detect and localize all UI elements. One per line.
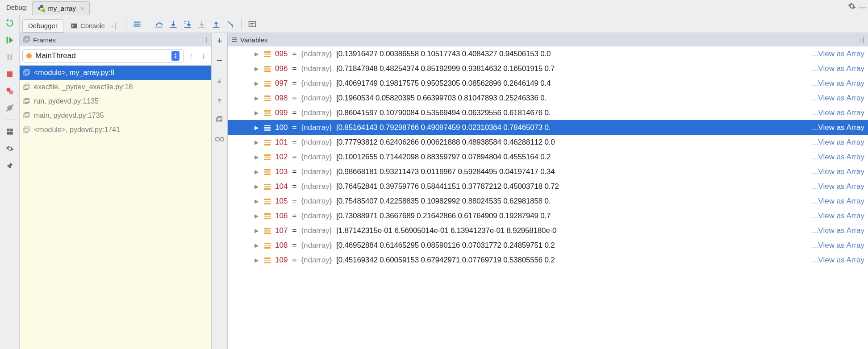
view-as-array-link[interactable]: ...View as Array <box>812 123 868 132</box>
remove-watch-icon[interactable]: − <box>214 55 225 66</box>
variable-row[interactable]: ▶104 = {ndarray} [0.76452841 0.39759776 … <box>228 179 868 194</box>
dropdown-icon[interactable]: ▲▼ <box>171 51 179 61</box>
show-watches-icon[interactable] <box>214 134 225 145</box>
array-icon <box>264 198 271 204</box>
expand-icon[interactable]: ▶ <box>255 80 260 87</box>
variable-index: 106 <box>275 212 288 220</box>
tab-console[interactable]: Console →| <box>65 19 121 33</box>
restore-layout-icon[interactable]: →| <box>856 36 864 43</box>
view-breakpoints-icon[interactable] <box>4 86 15 96</box>
variable-index: 101 <box>275 138 288 147</box>
variable-row[interactable]: ▶108 = {ndarray} [0.46952884 0.61465295 … <box>228 238 868 253</box>
run-to-cursor-icon[interactable] <box>224 18 237 30</box>
expand-icon[interactable]: ▶ <box>255 110 260 116</box>
expand-icon[interactable]: ▶ <box>255 125 260 131</box>
settings-icon[interactable] <box>4 143 15 154</box>
step-over-icon[interactable] <box>153 18 165 30</box>
expand-icon[interactable]: ▶ <box>255 183 260 190</box>
stop-icon[interactable] <box>4 69 15 79</box>
view-as-array-link[interactable]: ...View as Array <box>812 153 868 162</box>
variable-row[interactable]: ▶100 = {ndarray} [0.85164143 0.79298766 … <box>228 120 868 135</box>
restore-layout-icon[interactable]: →| <box>200 36 208 43</box>
expand-icon[interactable]: ▶ <box>255 213 260 219</box>
run-config-tab[interactable]: my_array × <box>32 1 90 15</box>
pin-icon[interactable] <box>4 160 15 171</box>
thread-selector[interactable]: MainThread ▲▼ <box>22 49 184 62</box>
show-execution-point-icon[interactable] <box>131 18 143 30</box>
frame-item[interactable]: run, pydevd.py:1135 <box>20 94 211 108</box>
variable-index: 096 <box>275 64 288 73</box>
svg-rect-76 <box>264 171 271 173</box>
resume-icon[interactable] <box>4 35 15 46</box>
svg-rect-79 <box>264 186 271 187</box>
view-as-array-link[interactable]: ...View as Array <box>812 197 868 206</box>
frame-item[interactable]: <module>, pydevd.py:1741 <box>20 123 211 137</box>
view-as-array-link[interactable]: ...View as Array <box>812 167 868 176</box>
step-into-my-code-icon[interactable] <box>181 18 194 30</box>
minimize-icon[interactable]: — <box>857 3 868 12</box>
mute-breakpoints-icon[interactable] <box>4 103 15 113</box>
expand-icon[interactable]: ▶ <box>255 154 260 160</box>
expand-icon[interactable]: ▶ <box>255 228 260 234</box>
expand-icon[interactable]: ▶ <box>255 198 260 204</box>
view-as-array-link[interactable]: ...View as Array <box>812 138 868 147</box>
frame-item[interactable]: main, pydevd.py:1735 <box>20 108 211 123</box>
duplicate-watch-icon[interactable] <box>214 114 225 125</box>
view-as-array-link[interactable]: ...View as Array <box>812 256 868 265</box>
add-watch-icon[interactable]: + <box>214 36 225 46</box>
variable-row[interactable]: ▶095 = {ndarray} [0.13916427 0.00386558 … <box>228 46 868 61</box>
view-as-array-link[interactable]: ...View as Array <box>812 182 868 191</box>
view-as-array-link[interactable]: ...View as Array <box>812 79 868 88</box>
frames-list: <module>, my_array.py:8execfile, _pydev_… <box>20 66 211 349</box>
frame-icon <box>23 69 30 76</box>
variable-row[interactable]: ▶105 = {ndarray} [0.75485407 0.42258835 … <box>228 194 868 208</box>
svg-rect-33 <box>24 71 28 75</box>
svg-rect-55 <box>264 68 271 70</box>
view-as-array-link[interactable]: ...View as Array <box>812 94 868 103</box>
variable-row[interactable]: ▶101 = {ndarray} [0.77793812 0.62406266 … <box>228 135 868 150</box>
view-as-array-link[interactable]: ...View as Array <box>812 64 868 73</box>
svg-rect-74 <box>264 159 271 160</box>
evaluate-expression-icon[interactable] <box>246 18 259 30</box>
svg-rect-40 <box>25 112 29 116</box>
expand-icon[interactable]: ▶ <box>255 257 260 263</box>
variable-row[interactable]: ▶103 = {ndarray} [0.98668181 0.93211473 … <box>228 164 868 179</box>
down-caret-icon[interactable]: ▼ <box>214 95 225 105</box>
frame-item[interactable]: execfile, _pydev_execfile.py:18 <box>20 80 211 94</box>
step-out-icon[interactable] <box>210 18 222 30</box>
expand-icon[interactable]: ▶ <box>255 139 260 145</box>
rerun-icon[interactable] <box>4 18 15 29</box>
view-as-array-link[interactable]: ...View as Array <box>812 212 868 220</box>
frame-label: main, pydevd.py:1735 <box>34 112 104 120</box>
layout-icon[interactable] <box>4 126 15 137</box>
variable-row[interactable]: ▶107 = {ndarray} [1.87142315e-01 6.56905… <box>228 223 868 238</box>
frame-item[interactable]: <module>, my_array.py:8 <box>20 66 211 80</box>
view-as-array-link[interactable]: ...View as Array <box>812 241 868 250</box>
expand-icon[interactable]: ▶ <box>255 66 260 72</box>
variable-row[interactable]: ▶109 = {ndarray} [0.45169342 0.60059153 … <box>228 253 868 267</box>
variable-row[interactable]: ▶106 = {ndarray} [0.73088971 0.3667689 0… <box>228 208 868 223</box>
view-as-array-link[interactable]: ...View as Array <box>812 226 868 235</box>
variable-row[interactable]: ▶102 = {ndarray} [0.10012655 0.71442098 … <box>228 150 868 164</box>
variables-header: Variables →| <box>228 33 868 46</box>
variable-type: {ndarray} <box>301 64 332 73</box>
variable-row[interactable]: ▶099 = {ndarray} [0.86041597 0.10790084 … <box>228 105 868 120</box>
tab-debugger[interactable]: Debugger <box>22 19 63 33</box>
expand-icon[interactable]: ▶ <box>255 95 260 101</box>
variable-value: [0.86041597 0.10790084 0.53569494 0.0632… <box>336 108 807 117</box>
next-frame-icon[interactable]: ↓ <box>199 51 209 61</box>
expand-icon[interactable]: ▶ <box>255 169 260 175</box>
frame-label: <module>, pydevd.py:1741 <box>34 126 120 134</box>
variable-row[interactable]: ▶098 = {ndarray} [0.1960534 0.05820395 0… <box>228 91 868 105</box>
expand-icon[interactable]: ▶ <box>255 242 260 249</box>
gear-icon[interactable] <box>847 2 857 12</box>
up-caret-icon[interactable]: ▲ <box>214 75 225 86</box>
view-as-array-link[interactable]: ...View as Array <box>812 50 868 58</box>
close-icon[interactable]: × <box>79 5 84 12</box>
expand-icon[interactable]: ▶ <box>255 51 260 57</box>
variable-row[interactable]: ▶097 = {ndarray} [0.40691749 0.19817575 … <box>228 76 868 91</box>
variable-row[interactable]: ▶096 = {ndarray} [0.71847948 0.48254374 … <box>228 61 868 76</box>
variable-index: 108 <box>275 241 288 250</box>
step-into-icon[interactable] <box>167 18 179 30</box>
view-as-array-link[interactable]: ...View as Array <box>812 108 868 117</box>
